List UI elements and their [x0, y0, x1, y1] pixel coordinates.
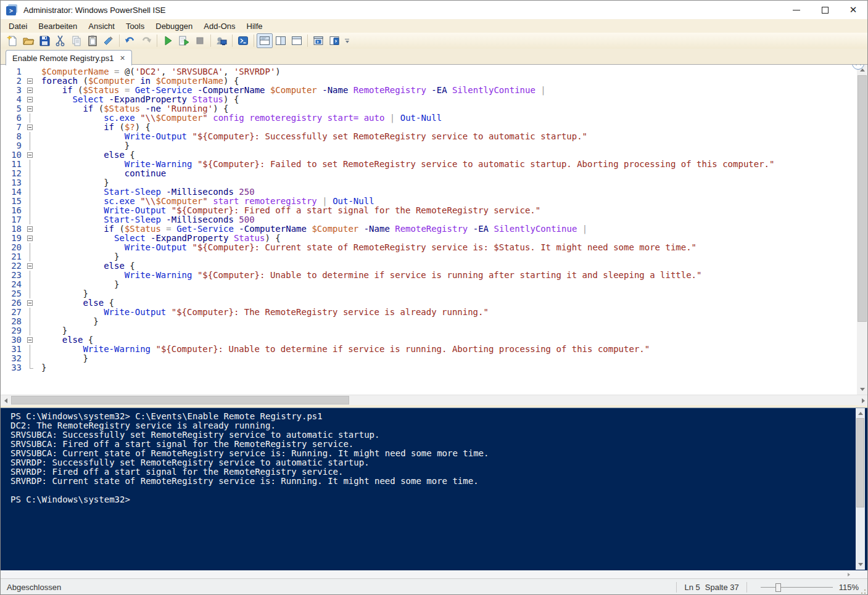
line-number: 15: [1, 197, 23, 206]
console-pane[interactable]: PS C:\Windows\system32> C:\Events\Enable…: [1, 408, 867, 570]
layout-script-right-button[interactable]: [273, 33, 289, 48]
redo-button[interactable]: [138, 33, 154, 48]
fold-collapse-marker[interactable]: [27, 86, 36, 95]
new-script-button[interactable]: [4, 33, 20, 48]
scroll-down-button[interactable]: [857, 384, 867, 395]
save-icon: [38, 35, 51, 47]
new-remote-powershell-tab-button[interactable]: [213, 33, 229, 48]
console-vertical-scrollbar[interactable]: [856, 408, 865, 570]
stop-operation-button[interactable]: [192, 33, 208, 48]
layout-script-top-icon: [258, 35, 271, 47]
code-line: 12 continue: [1, 169, 867, 178]
menu-item-datei[interactable]: Datei: [3, 20, 33, 32]
show-script-pane-button[interactable]: [326, 33, 342, 48]
fold-collapse-marker[interactable]: [27, 150, 36, 160]
editor-vscroll-thumb[interactable]: [858, 75, 867, 322]
toolbar-overflow-icon: [345, 39, 349, 39]
code-line: 14 Start-Sleep -Milliseconds 250: [1, 187, 867, 197]
paste-button[interactable]: [85, 33, 101, 48]
code-line: 5 if ($Status -ne 'Running') {: [1, 104, 867, 113]
layout-script-maximized-button[interactable]: [289, 33, 305, 48]
resize-grip[interactable]: [860, 588, 866, 594]
script-editor-pane[interactable]: 1$ComputerName = @('DC2', 'SRVSUBCA', 'S…: [1, 65, 867, 395]
chevron-down-icon: [345, 41, 349, 43]
code-text: if ($?) {: [41, 123, 151, 132]
code-line: 17 Start-Sleep -Milliseconds 500: [1, 215, 867, 224]
code-line: 19 Select -ExpandProperty Status) {: [1, 234, 867, 243]
fold-guide: [27, 178, 36, 187]
scroll-up-button[interactable]: [856, 408, 865, 419]
code-text: }: [41, 252, 119, 261]
code-line: 1$ComputerName = @('DC2', 'SRVSUBCA', 'S…: [1, 67, 867, 76]
console-line: SRVSUBCA: Successfully set RemoteRegistr…: [10, 430, 867, 440]
tab-enable-remote-registry[interactable]: Enable Remote Registry.ps1 ×: [6, 50, 132, 65]
start-powershell-button[interactable]: [235, 33, 251, 48]
run-selection-button[interactable]: [176, 33, 192, 48]
fold-collapse-marker[interactable]: [27, 261, 36, 271]
fold-guide: [27, 160, 36, 169]
cursor-line-indicator: Ln 5: [684, 583, 700, 592]
fold-guide: [27, 67, 36, 76]
scroll-left-button[interactable]: [1, 395, 11, 406]
line-number: 2: [1, 76, 23, 86]
line-number: 9: [1, 141, 23, 150]
menu-item-hilfe[interactable]: Hilfe: [241, 20, 268, 32]
line-number: 29: [1, 326, 23, 335]
fold-guide: [27, 326, 36, 335]
tab-close-icon[interactable]: ×: [120, 54, 125, 62]
layout-script-top-button[interactable]: [257, 33, 273, 48]
console-horizontal-scrollbar[interactable]: [1, 570, 867, 578]
fold-guide: [27, 215, 36, 224]
fold-collapse-marker[interactable]: [27, 104, 36, 113]
zoom-slider[interactable]: [761, 583, 833, 593]
line-number: 5: [1, 104, 23, 113]
menu-item-tools[interactable]: Tools: [120, 20, 150, 32]
menu-item-bearbeiten[interactable]: Bearbeiten: [33, 20, 83, 32]
tab-strip: Enable Remote Registry.ps1 ×: [1, 49, 867, 65]
undo-button[interactable]: [122, 33, 138, 48]
fold-collapse-marker[interactable]: [27, 298, 36, 308]
editor-vertical-scrollbar[interactable]: [857, 65, 867, 395]
menu-item-ansicht[interactable]: Ansicht: [83, 20, 120, 32]
code-line: 16 Write-Output "${Computer}: Fired off …: [1, 206, 867, 215]
zoom-slider-thumb[interactable]: [775, 583, 781, 592]
scroll-right-button[interactable]: [858, 395, 868, 406]
save-script-button[interactable]: [36, 33, 52, 48]
console-vscroll-thumb[interactable]: [856, 418, 864, 507]
code-text: Write-Warning "${Computer}: Unable to de…: [41, 345, 650, 354]
toolbar-overflow-button[interactable]: [345, 39, 349, 43]
line-number: 17: [1, 215, 23, 224]
run-script-button[interactable]: [160, 33, 176, 48]
new-powershell-tab-button[interactable]: [310, 33, 326, 48]
line-number: 4: [1, 95, 23, 104]
close-button[interactable]: ✕: [839, 1, 867, 19]
scroll-down-button[interactable]: [856, 559, 865, 570]
copy-button[interactable]: [68, 33, 85, 48]
fold-collapse-marker[interactable]: [27, 123, 36, 132]
console-output: PS C:\Windows\system32> C:\Events\Enable…: [1, 408, 867, 504]
fold-collapse-marker[interactable]: [27, 234, 36, 243]
stop-icon: [194, 35, 206, 47]
menu-item-addons[interactable]: Add-Ons: [198, 20, 241, 32]
code-line: 8 Write-Output "${Computer}: Successfull…: [1, 132, 867, 141]
clear-console-button[interactable]: [101, 33, 117, 48]
fold-collapse-marker[interactable]: [27, 95, 36, 104]
editor-horizontal-scrollbar[interactable]: [1, 395, 868, 405]
open-script-button[interactable]: [20, 33, 36, 48]
editor-hscroll-thumb[interactable]: [11, 396, 349, 404]
code-text: }: [41, 289, 88, 298]
line-number: 7: [1, 123, 23, 132]
clear-console-icon: [102, 35, 115, 47]
new-powershell-tab-icon: [312, 35, 324, 47]
zoom-slider-track: [761, 587, 833, 588]
tab-label: Enable Remote Registry.ps1: [12, 54, 114, 63]
maximize-button[interactable]: [811, 1, 839, 19]
fold-collapse-marker[interactable]: [27, 335, 36, 345]
minimize-button[interactable]: [782, 1, 811, 19]
fold-collapse-marker[interactable]: [27, 76, 36, 86]
fold-collapse-marker[interactable]: [27, 224, 36, 234]
cut-button[interactable]: [52, 33, 68, 48]
code-line: 9 }: [1, 141, 867, 150]
console-line: PS C:\Windows\system32>: [10, 495, 867, 504]
menu-item-debuggen[interactable]: Debuggen: [150, 20, 198, 32]
